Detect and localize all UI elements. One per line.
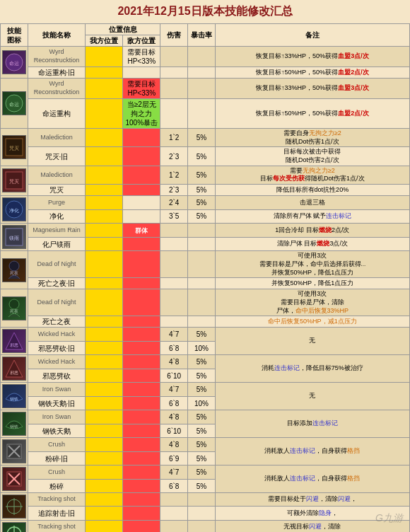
skill-name-en: Malediction <box>28 129 86 147</box>
skill-name-cn: 咒灭 <box>28 185 86 196</box>
header-position: 位置信息 <box>86 24 160 35</box>
skill-name-cn: 粉碎 <box>28 479 86 493</box>
enemy-pos <box>123 209 160 224</box>
skill-name-en: Wyrd Reconstrucktion <box>28 79 86 99</box>
crit: 5% <box>188 129 216 147</box>
skill-icon-wyrd-new: 命运 <box>1 79 28 129</box>
damage: 4`8 <box>160 355 188 369</box>
svg-text:邪恶: 邪恶 <box>10 343 18 347</box>
skills-table: 技能图标 技能名称 位置信息 伤害 暴击率 备注 我方位置 敌方位置 命运 Wy… <box>0 23 410 532</box>
crit: 10% <box>188 341 216 355</box>
table-row: Tracking shot 需要目标处于闪避，清除闪避， <box>1 493 410 507</box>
damage: 6`10 <box>160 424 188 438</box>
skill-name-cn: 邪恶劈砍·旧 <box>28 341 86 355</box>
table-row: Tracking shot 无视目标闪避，清除 <box>1 521 410 532</box>
table-row: 咒灭·旧 2`3 5% 目标每次被击中获得随机Dot伤害2点/次 <box>1 147 410 166</box>
notes: 并恢复50%HP，降低1点压力 <box>215 278 409 289</box>
crit: 5% <box>188 479 216 493</box>
skill-name-en: Malediction <box>28 166 86 184</box>
ally-pos <box>86 147 123 166</box>
table-row: 邪恶 Wicked Hack 4`7 5% 无 <box>1 328 410 342</box>
table-row: Crush 4`7 5% 消耗敌人连击标记，自身获得格挡 <box>1 466 410 480</box>
skill-icon-malediction-new: 咒灭 <box>1 166 28 195</box>
ally-pos <box>86 99 123 129</box>
ally-pos <box>86 224 123 238</box>
ally-pos <box>86 289 123 316</box>
notes: 需要无拘之力≥2目标每次受伤获得随机Dot伤害1点/次 <box>215 166 409 184</box>
notes: 恢复目标↑50%HP，50%获得血盟2点/次 <box>215 67 409 79</box>
enemy-pos <box>123 479 160 493</box>
enemy-pos <box>123 67 160 79</box>
notes: 可使用3次需要目标是尸体，命中后选择后获得...并恢复50%HP，降低1点压力 <box>215 251 409 278</box>
enemy-pos: 群体 <box>123 224 160 238</box>
crit <box>188 99 216 129</box>
table-row: 死夜 Dead of Night 可使用3次需要目标是尸体，清除尸体，命中后恢复… <box>1 289 410 316</box>
enemy-pos: 需要目标HP<33% <box>123 79 160 99</box>
damage: 6`8 <box>160 396 188 410</box>
page-title: 2021年12月15日版本技能修改汇总 <box>0 0 410 23</box>
enemy-pos: 需要目标HP<33% <box>123 47 160 67</box>
ally-pos <box>86 341 123 355</box>
ally-pos <box>86 166 123 184</box>
svg-text:钢铁: 钢铁 <box>9 424 18 429</box>
crit <box>188 79 216 99</box>
enemy-pos <box>123 424 160 438</box>
notes: 清除所有尸体 赋予连击标记 <box>215 209 409 224</box>
damage <box>160 238 188 251</box>
enemy-pos <box>123 493 160 507</box>
ally-pos <box>86 383 123 397</box>
table-row: Crush 4`8 5% 消耗敌人连击标记，自身获得格挡 <box>1 438 410 452</box>
skill-icon-wyrd-old: 命运 <box>1 47 28 79</box>
skill-name-en: Dead of Night <box>28 289 86 316</box>
svg-point-12 <box>9 261 19 271</box>
skill-name-cn: 命运重构 <box>28 99 86 129</box>
damage: 4`7 <box>160 328 188 342</box>
table-row: 镁雨 Magnesium Rain 群体 1回合冷却 目标燃烧2点/次 <box>1 224 410 238</box>
skill-name-en: Tracking shot <box>28 493 86 507</box>
svg-text:邪恶: 邪恶 <box>10 371 18 375</box>
enemy-pos <box>123 147 160 166</box>
crit: 5% <box>188 166 216 184</box>
table-row: 净化 Purge 2`4 5% 击退三格 <box>1 196 410 210</box>
damage <box>160 67 188 79</box>
skill-icon-iron-old: 钢铁 <box>1 383 28 410</box>
enemy-pos <box>123 129 160 147</box>
ally-pos <box>86 506 123 520</box>
damage <box>160 224 188 238</box>
crit: 5% <box>188 355 216 369</box>
svg-point-14 <box>9 299 19 309</box>
ally-pos <box>86 278 123 289</box>
svg-text:命运: 命运 <box>9 61 19 66</box>
skill-name-cn: 邪恶劈砍 <box>28 369 86 383</box>
table-header: 技能图标 技能名称 位置信息 伤害 暴击率 备注 <box>1 24 410 35</box>
notes: 击退三格 <box>215 196 409 210</box>
ally-pos <box>86 410 123 424</box>
table-row: 净化 3`5 5% 清除所有尸体 赋予连击标记 <box>1 209 410 224</box>
damage <box>160 316 188 328</box>
notes: 命中后恢复50%HP，减1点压力 <box>215 316 409 328</box>
damage <box>160 278 188 289</box>
crit: 5% <box>188 196 216 210</box>
enemy-pos <box>123 289 160 316</box>
ally-pos <box>86 238 123 251</box>
crit: 10% <box>188 396 216 410</box>
skill-icon-iron-new: 钢铁 <box>1 410 28 438</box>
skill-name-cn: 死亡之夜 <box>28 316 86 328</box>
damage <box>160 79 188 99</box>
crit <box>188 289 216 316</box>
enemy-pos <box>123 166 160 184</box>
enemy-pos <box>123 466 160 480</box>
header-enemy-pos: 敌方位置 <box>123 35 160 47</box>
ally-pos <box>86 424 123 438</box>
table-row: 命运重构 当≥2层无拘之力100%暴击 恢复目标↑50%HP，50%获得血盟2点… <box>1 99 410 129</box>
ally-pos <box>86 493 123 507</box>
svg-text:钢铁: 钢铁 <box>9 397 18 401</box>
ally-pos <box>86 521 123 532</box>
damage: 4`8 <box>160 410 188 424</box>
damage <box>160 493 188 507</box>
header-notes: 备注 <box>215 24 409 47</box>
enemy-pos <box>123 316 160 328</box>
crit <box>188 238 216 251</box>
enemy-pos <box>123 251 160 278</box>
skill-name-en: Purge <box>28 196 86 210</box>
